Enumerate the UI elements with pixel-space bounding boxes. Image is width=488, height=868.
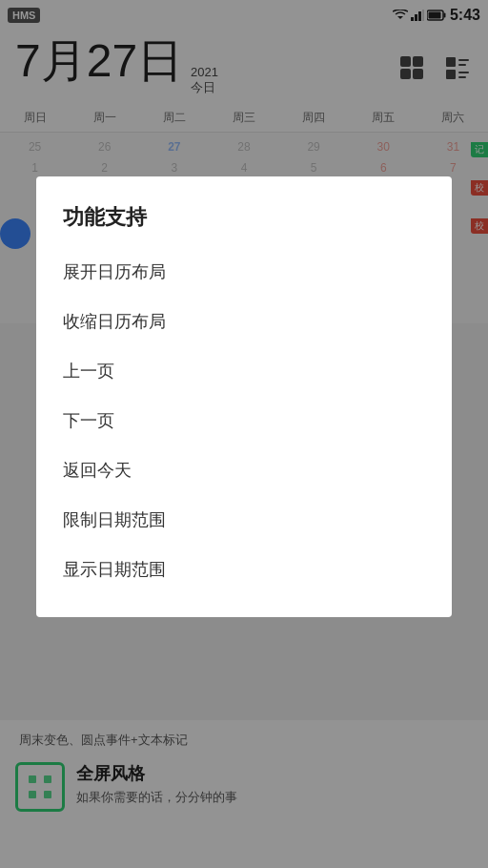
modal-item-3[interactable]: 下一页 (36, 396, 452, 445)
modal-item-0[interactable]: 展开日历布局 (36, 247, 452, 297)
modal-item-2[interactable]: 上一页 (36, 346, 452, 396)
modal-dialog: 功能支持 展开日历布局 收缩日历布局 上一页 下一页 返回今天 限制日期范围 显… (36, 176, 452, 617)
modal-item-6[interactable]: 显示日期范围 (36, 545, 452, 594)
modal-item-1[interactable]: 收缩日历布局 (36, 297, 452, 346)
modal-item-5[interactable]: 限制日期范围 (36, 495, 452, 545)
modal-item-4[interactable]: 返回今天 (36, 445, 452, 495)
modal-title: 功能支持 (36, 199, 452, 247)
